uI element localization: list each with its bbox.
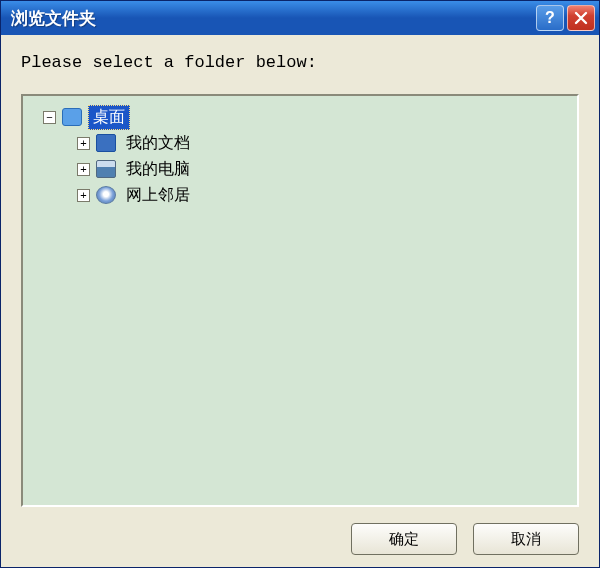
expand-icon[interactable]: + [77, 137, 90, 150]
help-icon: ? [545, 9, 555, 27]
close-icon [574, 11, 588, 25]
dialog-window: 浏览文件夹 ? Please select a folder below: − … [0, 0, 600, 568]
prompt-text: Please select a folder below: [21, 53, 579, 72]
tree-node-mycomp[interactable]: + 我的电脑 [29, 156, 571, 182]
help-button[interactable]: ? [536, 5, 564, 31]
titlebar-buttons: ? [536, 5, 595, 31]
tree-node-label[interactable]: 我的电脑 [122, 158, 194, 181]
cancel-button[interactable]: 取消 [473, 523, 579, 555]
tree-node-label[interactable]: 桌面 [88, 105, 130, 130]
client-area: Please select a folder below: − 桌面 + 我的文… [1, 35, 599, 567]
titlebar[interactable]: 浏览文件夹 ? [1, 1, 599, 35]
my-documents-icon [96, 134, 116, 152]
titlebar-title: 浏览文件夹 [11, 7, 536, 30]
expand-icon[interactable]: + [77, 163, 90, 176]
tree-node-desktop[interactable]: − 桌面 [29, 104, 571, 130]
expand-icon[interactable]: + [77, 189, 90, 202]
close-button[interactable] [567, 5, 595, 31]
tree-node-mydocs[interactable]: + 我的文档 [29, 130, 571, 156]
desktop-icon [62, 108, 82, 126]
tree-node-network[interactable]: + 网上邻居 [29, 182, 571, 208]
tree-node-label[interactable]: 我的文档 [122, 132, 194, 155]
network-places-icon [96, 186, 116, 204]
tree-node-label[interactable]: 网上邻居 [122, 184, 194, 207]
collapse-icon[interactable]: − [43, 111, 56, 124]
folder-tree[interactable]: − 桌面 + 我的文档 + 我的电脑 + 网上邻居 [21, 94, 579, 507]
ok-button[interactable]: 确定 [351, 523, 457, 555]
button-row: 确定 取消 [21, 507, 579, 555]
my-computer-icon [96, 160, 116, 178]
